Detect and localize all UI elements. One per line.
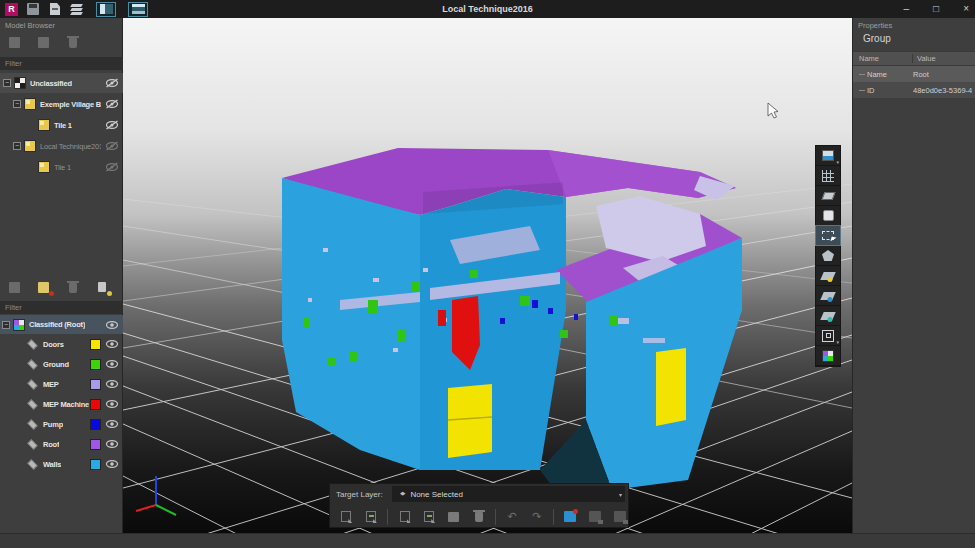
paste-region-button[interactable] <box>611 508 628 526</box>
select-layer-button[interactable] <box>363 508 380 526</box>
tree-item-unclassified[interactable]: Unclassified <box>0 73 123 93</box>
viewport-canvas[interactable] <box>123 18 852 533</box>
eye-icon[interactable] <box>105 399 119 409</box>
close-button[interactable]: × <box>963 0 969 18</box>
move-selection-icon <box>424 511 434 522</box>
plane-edit-icon <box>820 272 836 280</box>
properties-panel: Properties Group Name Value Name Root ID… <box>852 18 975 533</box>
trash-icon <box>69 283 77 293</box>
extrude-tool-button[interactable] <box>816 186 840 205</box>
move-selection-button[interactable] <box>421 508 438 526</box>
trash-icon <box>69 38 77 48</box>
eye-icon[interactable] <box>105 320 119 330</box>
properties-title: Properties <box>858 21 892 30</box>
color-swatch[interactable] <box>90 379 101 390</box>
rect-select-button[interactable] <box>816 226 840 245</box>
color-swatch[interactable] <box>90 339 101 350</box>
tree-item-local-technique[interactable]: Local Technique2016 <box>0 136 123 156</box>
square-in-square-icon <box>822 330 834 342</box>
window-title: Local Technique2016 <box>0 0 975 18</box>
model-browser-title: Model Browser <box>5 21 55 30</box>
tree-item-tile1-b[interactable]: Tile 1 <box>0 157 123 177</box>
redo-button[interactable]: ↷ <box>528 508 545 526</box>
polygon-select-button[interactable] <box>816 246 840 265</box>
divider <box>387 509 388 525</box>
tree-item-exemple-village[interactable]: Exemple Village BIM 2 <box>0 94 123 114</box>
move-layer-icon <box>400 511 410 522</box>
collapse-icon[interactable] <box>13 100 21 108</box>
add-layer-button[interactable] <box>7 280 25 296</box>
collapse-icon[interactable] <box>13 142 21 150</box>
maximize-button[interactable]: □ <box>933 0 939 18</box>
delete-model-button[interactable] <box>65 35 83 51</box>
delete-layer-button[interactable] <box>65 280 83 296</box>
eye-icon[interactable] <box>105 339 119 349</box>
add-project-button[interactable] <box>7 35 25 51</box>
layer-icon <box>27 419 37 429</box>
collapse-icon[interactable] <box>2 321 10 329</box>
redo-icon: ↷ <box>532 511 541 522</box>
limit-box-button[interactable]: ▾ <box>816 326 840 345</box>
eye-icon[interactable] <box>105 439 119 449</box>
delete-selection-button[interactable] <box>470 508 487 526</box>
eye-slash-icon[interactable] <box>105 78 119 88</box>
plane-remove-button[interactable] <box>816 306 840 325</box>
new-layer-button[interactable] <box>36 280 54 296</box>
classification-colors-icon <box>822 350 834 362</box>
model-filter-input[interactable] <box>0 57 123 70</box>
edit-layers-button[interactable] <box>94 280 112 296</box>
color-swatch[interactable] <box>90 399 101 410</box>
eye-icon[interactable] <box>105 379 119 389</box>
target-layer-dropdown[interactable]: ◆ None Selected ▾ <box>392 486 625 502</box>
eye-slash-icon[interactable] <box>105 120 119 130</box>
grid-toggle-button[interactable] <box>816 166 840 185</box>
layer-row-pump[interactable]: Pump <box>0 414 123 434</box>
viewport[interactable]: ▾ ▾ Target Layer: ◆ None Selected ▾ <box>123 18 852 533</box>
color-swatch[interactable] <box>90 359 101 370</box>
layer-row-mep[interactable]: MEP <box>0 374 123 394</box>
chevron-down-icon: ▾ <box>836 339 839 345</box>
layer-row-walls[interactable]: Walls <box>0 454 123 474</box>
eye-slash-icon[interactable] <box>105 99 119 109</box>
view-toolbar: ▾ ▾ <box>815 145 841 367</box>
layer-row-doors[interactable]: Doors <box>0 334 123 354</box>
volume-tool-button[interactable] <box>816 206 840 225</box>
eye-slash-icon[interactable] <box>105 141 119 151</box>
plane-add-icon <box>820 292 836 300</box>
eye-icon[interactable] <box>105 419 119 429</box>
minimize-button[interactable]: – <box>904 0 910 18</box>
tree-item-classified-root[interactable]: Classified (Root) <box>0 315 123 334</box>
classification-colors-button[interactable] <box>816 346 840 365</box>
move-to-layer-button[interactable] <box>396 508 413 526</box>
tree-item-tile1[interactable]: Tile 1 <box>0 115 123 135</box>
color-swatch[interactable] <box>90 439 101 450</box>
color-swatch[interactable] <box>90 459 101 470</box>
plane-edit-button[interactable] <box>816 266 840 285</box>
color-swatch[interactable] <box>90 419 101 430</box>
classification-toolbar <box>0 276 123 300</box>
marquee-select-icon <box>822 231 834 240</box>
layer-filter-input[interactable] <box>0 301 123 314</box>
status-bar <box>0 533 975 548</box>
select-visible-button[interactable] <box>338 508 355 526</box>
property-row-name[interactable]: Name Root <box>853 66 975 82</box>
layer-row-mep-machine[interactable]: MEP Machine <box>0 394 123 414</box>
add-scan-button[interactable] <box>36 35 54 51</box>
target-layer-label: Target Layer: <box>330 490 383 499</box>
eye-icon[interactable] <box>105 359 119 369</box>
collapse-icon[interactable] <box>3 79 11 87</box>
box-tool-button[interactable] <box>446 508 463 526</box>
view-mode-button[interactable]: ▾ <box>816 146 840 165</box>
classified-root-icon <box>13 319 25 331</box>
layer-row-ground[interactable]: Ground <box>0 354 123 374</box>
eye-icon[interactable] <box>105 459 119 469</box>
layer-row-roof[interactable]: Roof <box>0 434 123 454</box>
undo-button[interactable]: ↶ <box>504 508 521 526</box>
copy-region-button[interactable] <box>587 508 604 526</box>
view-cube-icon <box>822 150 834 161</box>
property-row-id[interactable]: ID 48e0d0e3-5369-4... <box>853 82 975 98</box>
lock-region-button[interactable] <box>562 508 579 526</box>
plane-add-button[interactable] <box>816 286 840 305</box>
badge-icon <box>49 291 54 296</box>
eye-slash-icon[interactable] <box>105 162 119 172</box>
